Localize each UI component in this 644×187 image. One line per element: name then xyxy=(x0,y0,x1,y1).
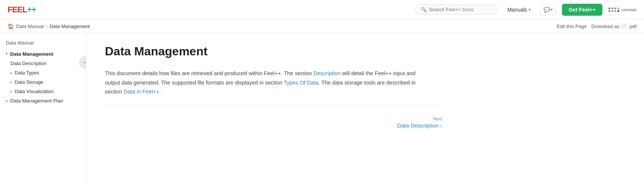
cemosis-text: cemosis xyxy=(622,7,637,12)
content-divider xyxy=(105,105,442,106)
sidebar-item-data-management-plan[interactable]: ▸ Data Management Plan xyxy=(0,96,86,105)
download-format: .pdf xyxy=(628,24,637,29)
manuals-chevron: ▾ xyxy=(529,7,530,12)
navbar: FEEL++ 🔍 Manuals ▾ 💬 ▾ Get Feel++ cemosi… xyxy=(0,0,644,19)
chat-icon-btn[interactable]: 💬 ▾ xyxy=(540,4,556,15)
page-title: Data Management xyxy=(105,45,625,58)
sidebar-title: Data Manual xyxy=(0,39,86,49)
sidebar-item-label: Data Management xyxy=(10,51,54,57)
subheader: 🏠 Data Manual / Data Management Edit thi… xyxy=(0,19,644,33)
main-content: Data Management This document details ho… xyxy=(86,33,644,185)
subheader-actions: Edit this Page Download as 📄 .pdf xyxy=(557,24,637,29)
edit-page-link[interactable]: Edit this Page xyxy=(557,24,587,29)
manuals-dropdown[interactable]: Manuals ▾ xyxy=(504,4,534,15)
link-types-of-data[interactable]: Types Of Data xyxy=(284,80,318,86)
chevron-data-visualization: ▸ xyxy=(10,89,12,94)
link-description[interactable]: Description xyxy=(314,70,341,76)
breadcrumb-home-icon[interactable]: 🏠 xyxy=(7,23,14,29)
breadcrumb-current: Data Management xyxy=(49,24,90,29)
sidebar: Data Manual ▸ Data Management Data Descr… xyxy=(0,33,86,185)
next-navigation: Next Data Description › xyxy=(105,113,442,132)
search-input[interactable] xyxy=(429,7,492,12)
sidebar-item-label: Data Types xyxy=(15,70,39,76)
breadcrumb-parent[interactable]: Data Manual xyxy=(16,24,44,29)
main-layout: Data Manual ▸ Data Management Data Descr… xyxy=(0,33,644,185)
cemosis-dots xyxy=(608,7,620,12)
logo-feel: FEEL xyxy=(7,5,27,14)
chevron-data-management: ▸ xyxy=(5,53,9,55)
sidebar-item-label: Data Storage xyxy=(15,79,43,85)
breadcrumb-separator: / xyxy=(46,24,48,29)
sidebar-item-data-types[interactable]: ▸ Data Types xyxy=(0,68,86,77)
next-label: Next xyxy=(397,116,442,122)
next-nav-inner: Next Data Description › xyxy=(397,116,442,129)
search-box[interactable]: 🔍 xyxy=(415,4,498,15)
sidebar-item-label: Data Management Plan xyxy=(10,98,63,104)
download-label: Download as xyxy=(591,24,619,29)
manuals-label: Manuals xyxy=(507,7,527,13)
site-logo[interactable]: FEEL++ xyxy=(7,5,36,15)
sidebar-item-label: Data Description xyxy=(10,61,46,66)
intro-text-1: This document details how files are retr… xyxy=(105,70,314,76)
download-link[interactable]: Download as 📄 .pdf xyxy=(591,24,637,29)
chat-icon: 💬 xyxy=(544,7,550,13)
next-chevron-icon: › xyxy=(440,122,442,129)
search-icon: 🔍 xyxy=(421,7,427,12)
sidebar-item-data-description[interactable]: Data Description xyxy=(0,59,86,68)
next-page-label: Data Description xyxy=(397,122,439,129)
next-page-link[interactable]: Data Description › xyxy=(397,122,442,129)
chevron-data-types: ▸ xyxy=(10,71,12,75)
intro-text-4: . xyxy=(159,89,161,95)
back-icon: ← xyxy=(83,59,86,66)
chevron-data-management-plan: ▸ xyxy=(6,99,8,103)
logo-plus: ++ xyxy=(27,5,36,14)
cemosis-logo: cemosis xyxy=(608,7,637,12)
link-data-in-feelpp[interactable]: Data in Feel++ xyxy=(124,89,159,95)
sidebar-item-label: Data Visualization xyxy=(15,89,54,94)
sidebar-item-data-visualization[interactable]: ▸ Data Visualization xyxy=(0,87,86,96)
chevron-data-storage: ▸ xyxy=(10,80,12,84)
chat-chevron: ▾ xyxy=(551,7,553,12)
sidebar-item-data-management[interactable]: ▸ Data Management xyxy=(0,49,86,59)
download-icon: 📄 xyxy=(621,24,627,29)
intro-paragraph: This document details how files are retr… xyxy=(105,69,427,96)
sidebar-item-data-storage[interactable]: ▸ Data Storage xyxy=(0,77,86,87)
get-feel-button[interactable]: Get Feel++ xyxy=(562,4,602,16)
